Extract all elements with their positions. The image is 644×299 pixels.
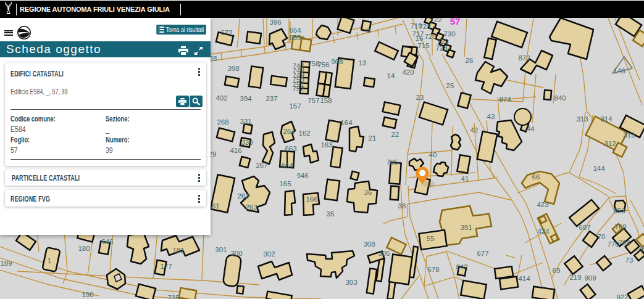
- svg-text:14: 14: [387, 72, 395, 80]
- svg-text:725: 725: [424, 33, 436, 40]
- svg-text:756: 756: [317, 61, 329, 68]
- svg-text:423: 423: [537, 201, 548, 208]
- svg-text:946: 946: [296, 172, 308, 179]
- svg-text:769: 769: [614, 223, 626, 231]
- svg-text:36: 36: [364, 189, 372, 196]
- svg-text:874: 874: [499, 96, 511, 103]
- svg-text:16: 16: [416, 35, 424, 42]
- svg-text:646: 646: [101, 238, 113, 245]
- svg-text:735: 735: [167, 294, 179, 299]
- svg-text:303: 303: [345, 279, 357, 286]
- svg-text:25: 25: [446, 82, 454, 89]
- svg-text:305: 305: [378, 250, 390, 257]
- svg-text:268: 268: [217, 118, 228, 126]
- svg-text:42: 42: [470, 126, 479, 134]
- svg-text:785: 785: [386, 158, 398, 166]
- svg-text:219: 219: [569, 274, 581, 281]
- svg-text:715: 715: [417, 42, 429, 49]
- svg-text:672: 672: [220, 29, 232, 36]
- svg-text:908: 908: [331, 58, 343, 65]
- svg-text:70: 70: [598, 233, 606, 240]
- svg-text:13: 13: [359, 59, 367, 67]
- svg-text:396: 396: [269, 18, 281, 26]
- svg-text:654: 654: [289, 27, 301, 34]
- svg-text:166: 166: [306, 195, 317, 203]
- svg-text:678: 678: [427, 266, 439, 273]
- svg-text:315: 315: [623, 131, 635, 139]
- svg-text:181: 181: [172, 247, 184, 254]
- svg-text:158: 158: [320, 97, 332, 104]
- svg-text:165: 165: [279, 180, 291, 187]
- svg-text:146: 146: [613, 67, 625, 75]
- svg-text:402: 402: [215, 94, 227, 102]
- svg-text:263: 263: [245, 203, 257, 211]
- svg-text:157: 157: [289, 102, 301, 110]
- svg-text:677: 677: [477, 250, 488, 257]
- svg-text:728: 728: [435, 44, 447, 52]
- svg-text:73: 73: [625, 256, 634, 264]
- svg-text:301: 301: [215, 246, 227, 253]
- svg-text:237: 237: [266, 95, 277, 102]
- svg-text:21: 21: [369, 134, 377, 142]
- svg-text:69: 69: [553, 267, 561, 274]
- svg-text:180: 180: [78, 245, 90, 252]
- svg-text:41: 41: [461, 175, 469, 182]
- svg-text:922: 922: [616, 293, 628, 299]
- svg-text:66: 66: [532, 173, 540, 181]
- svg-text:872: 872: [518, 54, 530, 62]
- svg-text:723: 723: [419, 23, 430, 30]
- svg-text:842: 842: [456, 263, 467, 271]
- svg-text:35: 35: [327, 210, 335, 218]
- svg-text:909: 909: [584, 274, 596, 282]
- svg-text:331: 331: [240, 118, 251, 125]
- svg-text:420: 420: [402, 68, 414, 76]
- svg-text:189: 189: [0, 260, 12, 267]
- svg-text:177: 177: [160, 263, 172, 270]
- svg-text:38: 38: [398, 202, 406, 210]
- svg-text:770: 770: [607, 240, 619, 248]
- svg-text:26: 26: [466, 57, 474, 64]
- svg-text:313: 313: [576, 115, 588, 123]
- svg-text:312: 312: [604, 140, 616, 147]
- svg-text:262: 262: [237, 192, 249, 200]
- svg-text:840: 840: [554, 94, 566, 102]
- svg-text:190: 190: [82, 291, 93, 298]
- svg-text:308: 308: [363, 240, 375, 248]
- svg-text:398: 398: [227, 65, 239, 72]
- svg-text:144: 144: [593, 165, 605, 172]
- svg-text:752: 752: [292, 85, 304, 92]
- svg-text:40: 40: [429, 151, 437, 158]
- svg-text:730: 730: [443, 30, 455, 38]
- svg-text:300: 300: [230, 250, 242, 257]
- svg-text:1: 1: [48, 257, 51, 264]
- svg-text:314: 314: [600, 115, 613, 123]
- svg-text:663: 663: [285, 145, 296, 152]
- svg-text:44: 44: [527, 125, 535, 133]
- svg-text:655: 655: [289, 34, 301, 41]
- svg-text:302: 302: [263, 250, 275, 258]
- svg-text:853: 853: [613, 207, 625, 215]
- svg-text:768: 768: [618, 239, 630, 247]
- svg-text:394: 394: [240, 95, 252, 102]
- svg-text:264: 264: [283, 128, 295, 135]
- svg-text:23: 23: [416, 94, 424, 101]
- svg-text:414: 414: [518, 275, 530, 282]
- svg-text:391: 391: [460, 224, 472, 231]
- svg-text:697: 697: [579, 224, 590, 231]
- svg-text:330: 330: [241, 139, 253, 146]
- svg-text:162: 162: [298, 129, 310, 137]
- svg-text:164: 164: [340, 119, 353, 126]
- svg-text:664: 664: [281, 162, 293, 170]
- svg-text:267: 267: [256, 162, 267, 169]
- svg-text:76: 76: [638, 245, 644, 253]
- svg-text:424: 424: [537, 227, 550, 235]
- svg-text:22: 22: [391, 131, 399, 138]
- svg-text:43: 43: [487, 113, 495, 120]
- svg-text:416: 416: [230, 147, 241, 154]
- svg-text:55: 55: [427, 235, 435, 242]
- svg-text:163: 163: [320, 141, 332, 149]
- svg-text:757: 757: [307, 97, 319, 104]
- svg-text:9: 9: [367, 27, 370, 35]
